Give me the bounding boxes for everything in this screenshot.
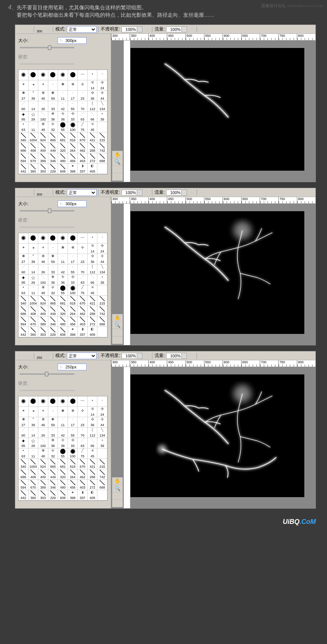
brush-preset-cell[interactable]: 818 [68,132,78,143]
brush-preset-cell[interactable]: ◂ [29,244,39,254]
brush-panel-toggle[interactable]: ▦ [44,189,51,196]
brush-preset-cell[interactable]: 670 [29,480,39,490]
brush-preset-cell[interactable] [58,70,68,80]
brush-preset-cell[interactable]: — [78,233,88,244]
brush-preset-cell[interactable]: ✴ [38,407,48,417]
brush-preset-cell[interactable]: 456 [68,153,78,164]
brush-preset-cell[interactable]: ▫ [97,396,107,407]
brush-preset-cell[interactable]: ◐405 [88,490,98,500]
brush-preset-cell[interactable]: 818 [68,459,78,469]
brush-preset-cell[interactable]: ✦95 [19,438,29,448]
canvas-viewport[interactable] [111,367,315,508]
brush-preset-cell[interactable]: 303 [38,327,48,337]
brush-preset-cell[interactable] [68,396,78,407]
brush-preset-cell[interactable]: ✢32 [48,285,58,296]
size-input-group[interactable]: ↻ [58,200,87,207]
brush-preset-cell[interactable]: ☆29 [29,275,39,285]
brush-preset-cell[interactable]: ·42 [58,101,68,112]
brush-preset-cell[interactable]: ✦ [19,407,29,417]
brush-preset-cell[interactable]: 360 [29,490,39,500]
canvas[interactable] [130,374,304,497]
brush-preset-cell[interactable] [97,285,107,296]
brush-preset-cell[interactable]: ✢44 [97,91,107,101]
brush-preset-cell[interactable]: ▪ [88,233,98,244]
brush-preset-cell[interactable]: ╲134 [97,428,107,438]
brush-preset-cell[interactable]: 449 [48,469,58,480]
brush-preset-cell[interactable]: 865 [48,296,58,306]
brush-preset-cell[interactable]: 215 [97,459,107,469]
brush-preset-cell[interactable]: 742 [97,306,107,316]
size-slider[interactable] [20,373,74,375]
brush-preset-cell[interactable] [58,233,68,244]
tool-preset-picker[interactable]: ▾ [25,26,32,33]
brush-size-input[interactable] [64,365,86,369]
brush-preset-cell[interactable]: ·33 [48,101,58,112]
mini-tool[interactable]: ▪ [112,329,123,337]
brush-preset-cell[interactable]: ✺27 [19,254,29,264]
brush-preset-cell[interactable]: ·70 [78,264,88,275]
opacity-arrow[interactable]: ▸ [138,190,142,196]
brush-preset-cell[interactable]: ✣24 [97,407,107,417]
brush-preset-cell[interactable]: ◂ [29,80,39,91]
brush-preset-cell[interactable]: ·14 [29,428,39,438]
brush-preset-cell[interactable]: 594 [19,316,29,327]
brush-preset-cell[interactable]: 100 [68,285,78,296]
brush-preset-cell[interactable]: ⋰63 [78,112,88,122]
brush-preset-cell[interactable]: ·14 [29,101,39,112]
brush-preset-cell[interactable]: ·70 [78,428,88,438]
brush-preset-cell[interactable]: ✴ [38,80,48,91]
opacity-input[interactable] [122,190,137,196]
brush-preset-cell[interactable] [38,233,48,244]
brush-preset-cell[interactable]: 303 [38,164,48,174]
brush-preset-cell[interactable]: ·55 [68,428,78,438]
brush-preset-cell[interactable]: 389 [38,316,48,327]
brush-preset-cell[interactable]: 346 [48,480,58,490]
size-slider[interactable] [20,210,74,212]
brush-preset-cell[interactable]: ·11 [58,91,68,101]
brush-preset-cell[interactable]: ✣36 [88,91,98,101]
brush-preset-cell[interactable] [19,233,29,244]
brush-preset-cell[interactable]: 408 [29,306,39,316]
brush-preset-cell[interactable]: 670 [78,459,88,469]
brush-preset-cell[interactable]: ✱59 [48,417,58,428]
airbrush-icon[interactable]: ✈ [188,189,195,196]
tablet-size-icon[interactable]: ✎ [198,189,206,196]
brush-preset-cell[interactable]: 681 [58,132,68,143]
tool-preset-picker[interactable]: ▾ [25,352,32,359]
brush-preset-cell[interactable]: 480 [58,480,68,490]
brush-preset-cell[interactable]: 456 [68,316,78,327]
brush-preset-cell[interactable]: ▪ [88,396,98,407]
brush-preset-cell[interactable]: 100 [68,448,78,459]
brush-preset-cell[interactable]: •63 [19,448,29,459]
brush-preset-cell[interactable]: (112 [88,428,98,438]
tablet-size-icon[interactable]: ✎ [198,26,206,33]
brush-preset-cell[interactable]: 742 [97,143,107,153]
brush-preset-cell[interactable]: ·33 [48,428,58,438]
brush-preset-cell[interactable]: 400 [38,469,48,480]
brush-preset-cell[interactable]: ❋48 [38,448,48,459]
brush-preset-cell[interactable]: 400 [38,306,48,316]
brush-preset-cell[interactable]: •63 [19,285,29,296]
brush-preset-cell[interactable]: 594 [19,153,29,164]
brush-preset-cell[interactable]: 421 [88,296,98,306]
brush-preset-cell[interactable]: ·42 [58,264,68,275]
brush-preset-cell[interactable]: 288 [88,143,98,153]
brush-preset-cell[interactable]: ❋46 [38,417,48,428]
brush-preset-cell[interactable]: ·23 [78,91,88,101]
brush-preset-cell[interactable]: 688 [97,480,107,490]
brush-preset-cell[interactable] [68,70,78,80]
brush-preset-cell[interactable]: 320 [58,143,68,153]
brush-preset-cell[interactable]: ╱75 [78,122,88,132]
brush-preset-cell[interactable]: ⋱192 [38,112,48,122]
mini-tool[interactable]: ✋ [112,477,123,485]
brush-preset-cell[interactable]: ❋ [68,244,78,254]
brush-preset-cell[interactable]: 55 [58,448,68,459]
brush-preset-cell[interactable] [97,490,107,500]
brush-preset-cell[interactable] [19,396,29,407]
brush-preset-cell[interactable]: ✢36 [58,438,68,448]
brush-preset-cell[interactable]: 688 [97,316,107,327]
brush-preset-cell[interactable]: 608 [58,327,68,337]
brush-preset-cell[interactable]: ·17 [68,91,78,101]
mini-tool[interactable]: ✋ [112,151,123,158]
brush-preset-cell[interactable] [29,70,39,80]
